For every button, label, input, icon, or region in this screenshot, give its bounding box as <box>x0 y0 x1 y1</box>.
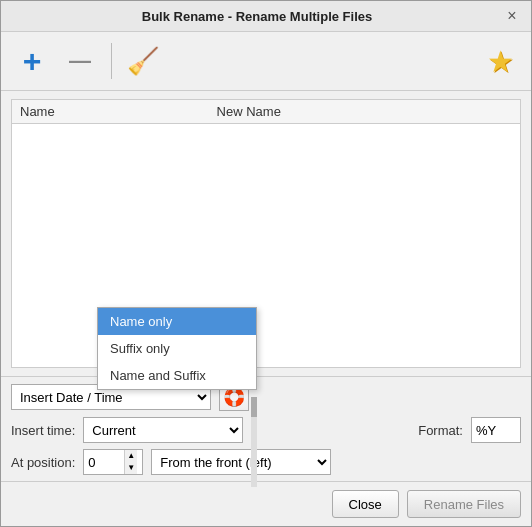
title-bar: Bulk Rename - Rename Multiple Files × <box>1 1 531 32</box>
dropdown-item-name-and-suffix[interactable]: Name and Suffix <box>98 362 256 389</box>
bottom-buttons: Close Rename Files <box>1 481 531 526</box>
format-label: Format: <box>418 423 463 438</box>
at-position-row: At position: ▲ ▼ From the front (left) <box>11 449 521 475</box>
dropdown-item-suffix-only[interactable]: Suffix only <box>98 335 256 362</box>
position-spinner: ▲ ▼ <box>83 449 143 475</box>
insert-date-row: Insert Date / Time 🛟 Name only Suffix on… <box>11 383 521 411</box>
minus-icon: — <box>69 48 91 74</box>
star-button[interactable]: ★ <box>479 40 521 82</box>
position-type-select[interactable]: From the front (left) <box>151 449 331 475</box>
toolbar: + — 🧹 ★ <box>1 32 531 91</box>
position-input[interactable] <box>84 450 124 474</box>
col-name-header: Name <box>12 100 209 124</box>
at-position-label: At position: <box>11 455 75 470</box>
broom-button[interactable]: 🧹 <box>122 40 164 82</box>
col-new-name-header: New Name <box>209 100 520 124</box>
insert-time-select[interactable]: Current <box>83 417 243 443</box>
file-table: Name New Name <box>11 99 521 368</box>
spin-up-button[interactable]: ▲ <box>125 450 137 462</box>
star-icon: ★ <box>487 44 514 79</box>
toolbar-separator <box>111 43 112 79</box>
dialog-window: Bulk Rename - Rename Multiple Files × + … <box>0 0 532 527</box>
add-button[interactable]: + <box>11 40 53 82</box>
insert-time-row: Insert time: Current Format: <box>11 417 521 443</box>
rename-files-button[interactable]: Rename Files <box>407 490 521 518</box>
window-title: Bulk Rename - Rename Multiple Files <box>11 9 503 24</box>
scrollbar[interactable] <box>251 397 257 487</box>
broom-icon: 🧹 <box>127 46 159 77</box>
plus-icon: + <box>23 43 42 80</box>
scrollbar-thumb <box>251 397 257 417</box>
dropdown-item-name-only[interactable]: Name only <box>98 308 256 335</box>
spin-arrows: ▲ ▼ <box>124 450 137 474</box>
close-button[interactable]: Close <box>332 490 399 518</box>
controls-section: Insert Date / Time 🛟 Name only Suffix on… <box>1 376 531 481</box>
spin-down-button[interactable]: ▼ <box>125 462 137 474</box>
window-close-button[interactable]: × <box>503 7 521 25</box>
insert-time-label: Insert time: <box>11 423 75 438</box>
dropdown-menu: Name only Suffix only Name and Suffix <box>97 307 257 390</box>
format-input[interactable] <box>471 417 521 443</box>
remove-button[interactable]: — <box>59 40 101 82</box>
